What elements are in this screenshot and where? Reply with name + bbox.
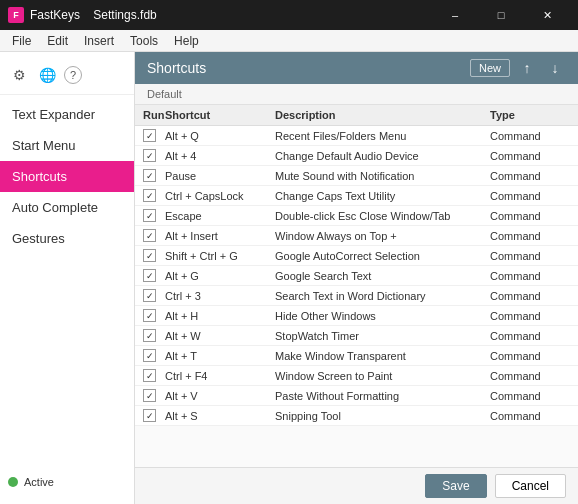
row-description: Change Default Audio Device [275,150,490,162]
row-checkbox[interactable]: ✓ [143,309,156,322]
table-row: ✓Alt + HHide Other WindowsCommand [135,306,578,326]
row-shortcut: Escape [165,210,275,222]
menu-insert[interactable]: Insert [76,32,122,50]
table-row: ✓Alt + VPaste Without FormattingCommand [135,386,578,406]
menu-help[interactable]: Help [166,32,207,50]
move-up-icon[interactable]: ↑ [516,57,538,79]
row-description: Search Text in Word Dictionary [275,290,490,302]
row-type: Command [490,210,570,222]
row-type: Command [490,270,570,282]
col-run: Run [143,109,165,121]
move-down-icon[interactable]: ↓ [544,57,566,79]
row-type: Command [490,130,570,142]
table-row: ✓Ctrl + F4Window Screen to PaintCommand [135,366,578,386]
row-checkbox[interactable]: ✓ [143,189,156,202]
row-shortcut: Ctrl + 3 [165,290,275,302]
main-header: Shortcuts New ↑ ↓ [135,52,578,84]
row-shortcut: Alt + 4 [165,150,275,162]
row-shortcut: Alt + T [165,350,275,362]
col-description: Description [275,109,490,121]
table-row: ✓PauseMute Sound with NotificationComman… [135,166,578,186]
new-button[interactable]: New [470,59,510,77]
sidebar-item-text-expander[interactable]: Text Expander [0,99,134,130]
row-description: Make Window Transparent [275,350,490,362]
table-row: ✓Alt + TMake Window TransparentCommand [135,346,578,366]
row-description: Mute Sound with Notification [275,170,490,182]
row-type: Command [490,330,570,342]
minimize-button[interactable]: – [432,0,478,30]
table-row: ✓Alt + WStopWatch TimerCommand [135,326,578,346]
sidebar-item-start-menu[interactable]: Start Menu [0,130,134,161]
row-checkbox[interactable]: ✓ [143,149,156,162]
menu-tools[interactable]: Tools [122,32,166,50]
app-name: FastKeys [30,8,80,22]
sidebar-item-gestures[interactable]: Gestures [0,223,134,254]
settings-icon[interactable]: ⚙ [8,64,30,86]
row-shortcut: Alt + Q [165,130,275,142]
row-type: Command [490,310,570,322]
row-description: Google AutoCorrect Selection [275,250,490,262]
col-shortcut: Shortcut [165,109,275,121]
main-footer: Save Cancel [135,467,578,504]
row-shortcut: Ctrl + CapsLock [165,190,275,202]
row-checkbox[interactable]: ✓ [143,329,156,342]
row-checkbox[interactable]: ✓ [143,409,156,422]
row-description: Paste Without Formatting [275,390,490,402]
row-description: Window Screen to Paint [275,370,490,382]
shortcuts-table: ✓Alt + QRecent Files/Folders MenuCommand… [135,126,578,467]
row-description: Double-click Esc Close Window/Tab [275,210,490,222]
sidebar-footer: Active [0,468,134,496]
row-checkbox[interactable]: ✓ [143,369,156,382]
row-checkbox[interactable]: ✓ [143,229,156,242]
row-shortcut: Shift + Ctrl + G [165,250,275,262]
main-title: Shortcuts [147,60,206,76]
table-row: ✓Shift + Ctrl + GGoogle AutoCorrect Sele… [135,246,578,266]
table-row: ✓Alt + GGoogle Search TextCommand [135,266,578,286]
row-checkbox[interactable]: ✓ [143,209,156,222]
menu-edit[interactable]: Edit [39,32,76,50]
row-checkbox[interactable]: ✓ [143,129,156,142]
globe-icon[interactable]: 🌐 [36,64,58,86]
save-button[interactable]: Save [425,474,486,498]
window-controls: – □ ✕ [432,0,570,30]
title-bar: F FastKeys Settings.fdb – □ ✕ [0,0,578,30]
row-shortcut: Alt + G [165,270,275,282]
table-row: ✓EscapeDouble-click Esc Close Window/Tab… [135,206,578,226]
sidebar-item-shortcuts[interactable]: Shortcuts [0,161,134,192]
row-type: Command [490,350,570,362]
row-shortcut: Alt + Insert [165,230,275,242]
row-checkbox[interactable]: ✓ [143,389,156,402]
row-description: Window Always on Top + [275,230,490,242]
row-description: Google Search Text [275,270,490,282]
active-indicator [8,477,18,487]
row-type: Command [490,370,570,382]
row-type: Command [490,170,570,182]
sidebar-item-auto-complete[interactable]: Auto Complete [0,192,134,223]
sidebar-toolbar: ⚙ 🌐 ? [0,60,134,95]
close-button[interactable]: ✕ [524,0,570,30]
menu-file[interactable]: File [4,32,39,50]
title-bar-text: FastKeys Settings.fdb [30,8,432,22]
row-checkbox[interactable]: ✓ [143,269,156,282]
row-shortcut: Alt + S [165,410,275,422]
table-row: ✓Ctrl + CapsLockChange Caps Text Utility… [135,186,578,206]
row-checkbox[interactable]: ✓ [143,249,156,262]
row-type: Command [490,250,570,262]
row-shortcut: Ctrl + F4 [165,370,275,382]
row-shortcut: Pause [165,170,275,182]
row-type: Command [490,290,570,302]
active-label: Active [24,476,54,488]
row-checkbox[interactable]: ✓ [143,169,156,182]
row-shortcut: Alt + W [165,330,275,342]
cancel-button[interactable]: Cancel [495,474,566,498]
app-icon: F [8,7,24,23]
maximize-button[interactable]: □ [478,0,524,30]
sidebar: ⚙ 🌐 ? Text Expander Start Menu Shortcuts… [0,52,135,504]
row-checkbox[interactable]: ✓ [143,289,156,302]
table-row: ✓Alt + SSnipping ToolCommand [135,406,578,426]
row-checkbox[interactable]: ✓ [143,349,156,362]
row-shortcut: Alt + H [165,310,275,322]
help-icon[interactable]: ? [64,66,82,84]
header-actions: New ↑ ↓ [470,57,566,79]
row-type: Command [490,150,570,162]
